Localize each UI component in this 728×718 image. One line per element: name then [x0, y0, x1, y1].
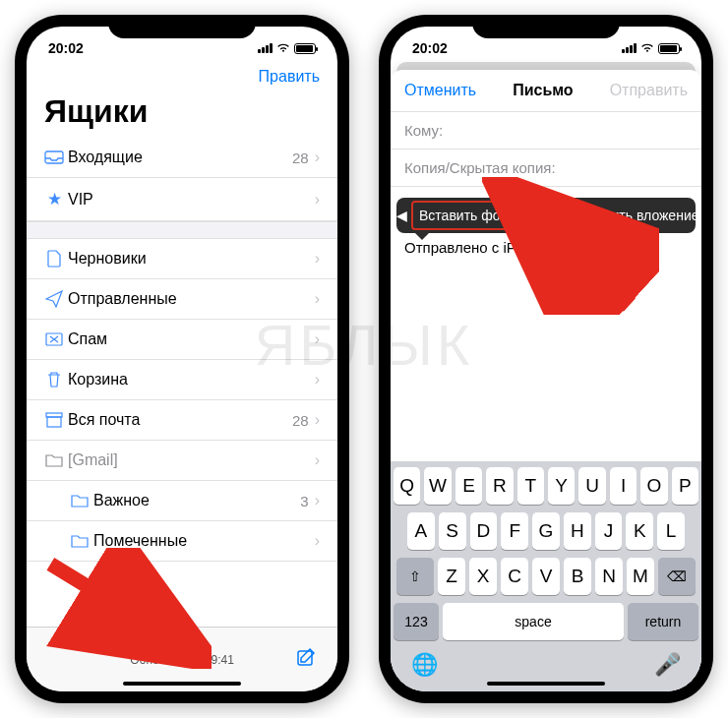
folder-sent[interactable]: Отправленные › — [27, 279, 337, 320]
key-d[interactable]: D — [470, 512, 498, 550]
key-c[interactable]: C — [501, 558, 528, 595]
key-n[interactable]: N — [595, 558, 623, 595]
folder-icon — [66, 494, 93, 508]
compose-header: Отменить Письмо Отправить — [391, 70, 701, 112]
chevron-right-icon: › — [315, 191, 320, 209]
menu-insert-photo[interactable]: Вставить фото/видео — [407, 208, 568, 223]
row-label: Черновики — [68, 250, 315, 268]
trash-icon — [40, 371, 68, 389]
keyboard-row3: ⇧ Z X C V B N M ⌫ — [394, 558, 698, 595]
menu-add-attachment[interactable]: Добавить вложение — [568, 208, 701, 223]
key-t[interactable]: T — [517, 467, 544, 505]
cc-field[interactable]: Копия/Скрытая копия: — [391, 150, 701, 187]
home-indicator[interactable] — [487, 682, 605, 686]
spam-icon — [40, 332, 68, 346]
chevron-right-icon: › — [315, 532, 320, 550]
compose-title: Письмо — [513, 82, 573, 99]
key-return[interactable]: return — [628, 603, 698, 640]
row-label: Помеченные — [93, 532, 315, 550]
key-h[interactable]: H — [564, 512, 591, 550]
key-q[interactable]: Q — [394, 467, 420, 505]
key-u[interactable]: U — [578, 467, 605, 505]
home-indicator[interactable] — [123, 682, 241, 686]
screen-right: 20:02 Отменить Письмо Отправить Кому: Ко… — [391, 27, 701, 691]
edit-button[interactable]: Править — [27, 62, 337, 91]
key-k[interactable]: K — [626, 512, 653, 550]
paperplane-icon — [40, 290, 68, 308]
compose-sheet: Отменить Письмо Отправить Кому: Копия/Ск… — [391, 70, 701, 691]
row-count: 28 — [292, 150, 309, 166]
menu-prev-arrow[interactable]: ◀ — [396, 208, 407, 223]
row-label: VIP — [68, 191, 315, 209]
folder-drafts[interactable]: Черновики › — [27, 239, 337, 279]
phone-right: 20:02 Отменить Письмо Отправить Кому: Ко… — [379, 15, 713, 703]
key-a[interactable]: A — [407, 512, 435, 550]
key-f[interactable]: F — [501, 512, 528, 550]
signature: Отправлено с iPhone — [404, 239, 688, 256]
notch — [108, 15, 256, 38]
key-o[interactable]: O — [640, 467, 667, 505]
folder-icon — [40, 453, 68, 467]
key-delete[interactable]: ⌫ — [658, 558, 696, 595]
folder-spam[interactable]: Спам › — [27, 320, 337, 360]
chevron-right-icon: › — [315, 451, 320, 469]
wifi-icon — [640, 43, 654, 53]
inbox-icon — [40, 150, 68, 164]
key-p[interactable]: P — [672, 467, 698, 505]
mailbox-inbox[interactable]: Входящие 28 › — [27, 138, 337, 178]
key-v[interactable]: V — [532, 558, 560, 595]
key-y[interactable]: Y — [548, 467, 575, 505]
keyboard-row1: Q W E R T Y U I O P — [394, 467, 698, 505]
key-shift[interactable]: ⇧ — [396, 558, 434, 595]
to-field[interactable]: Кому: — [391, 112, 701, 150]
key-g[interactable]: G — [532, 512, 560, 550]
key-j[interactable]: J — [595, 512, 623, 550]
keyboard-row2: A S D F G H J K L — [394, 512, 698, 550]
key-z[interactable]: Z — [438, 558, 465, 595]
key-l[interactable]: L — [657, 512, 685, 550]
key-w[interactable]: W — [424, 467, 451, 505]
svg-rect-0 — [45, 151, 63, 163]
chevron-right-icon: › — [315, 411, 320, 429]
chevron-right-icon: › — [315, 250, 320, 268]
keyboard: Q W E R T Y U I O P A S D F G H — [391, 461, 701, 691]
subfolder-important[interactable]: Важное 3 › — [27, 481, 337, 521]
key-m[interactable]: M — [627, 558, 654, 595]
battery-icon — [658, 43, 680, 54]
mailbox-vip[interactable]: ★ VIP › — [27, 178, 337, 221]
signal-icon — [622, 43, 637, 53]
key-b[interactable]: B — [564, 558, 591, 595]
notch — [472, 15, 620, 38]
key-s[interactable]: S — [439, 512, 466, 550]
chevron-right-icon: › — [315, 371, 320, 389]
archive-icon — [40, 412, 68, 428]
mic-button[interactable]: 🎤 — [654, 652, 681, 678]
row-count: 3 — [300, 493, 308, 509]
row-label: [Gmail] — [68, 451, 315, 469]
chevron-right-icon: › — [315, 290, 320, 308]
key-e[interactable]: E — [455, 467, 482, 505]
row-label: Важное — [93, 492, 300, 509]
key-123[interactable]: 123 — [394, 603, 439, 640]
folder-gmail[interactable]: [Gmail] › — [27, 441, 337, 481]
row-label: Отправленные — [68, 290, 315, 308]
key-space[interactable]: space — [443, 603, 624, 640]
send-button[interactable]: Отправить — [610, 82, 688, 99]
key-i[interactable]: I — [610, 467, 637, 505]
svg-rect-3 — [47, 417, 61, 427]
key-x[interactable]: X — [469, 558, 497, 595]
cancel-button[interactable]: Отменить — [404, 82, 476, 99]
page-title: Ящики — [27, 91, 337, 138]
folder-trash[interactable]: Корзина › — [27, 360, 337, 400]
folder-icon — [66, 534, 93, 548]
row-label: Вся почта — [68, 411, 292, 429]
compose-button[interactable] — [296, 647, 318, 672]
key-r[interactable]: R — [486, 467, 513, 505]
chevron-right-icon: › — [315, 492, 320, 509]
phone-left: 20:02 Править Ящики Входящие 28 › ★ VIP … — [15, 15, 349, 703]
wifi-icon — [276, 43, 290, 53]
emoji-button[interactable]: 🌐 — [411, 652, 438, 678]
subfolder-flagged[interactable]: Помеченные › — [27, 521, 337, 562]
folder-allmail[interactable]: Вся почта 28 › — [27, 400, 337, 441]
context-menu: ◀ Вставить фото/видео Добавить вложение … — [396, 198, 696, 233]
